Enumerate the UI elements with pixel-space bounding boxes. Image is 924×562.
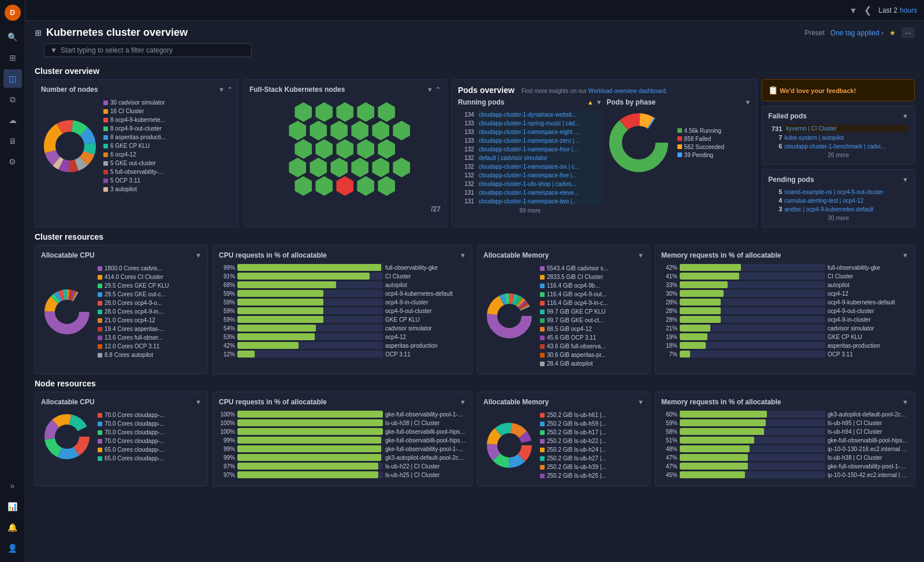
sidebar-icon-settings[interactable]: ⚙ (3, 152, 22, 171)
legend-item: 250.2 GiB ls-ub-h39 |... (540, 463, 606, 471)
filter-input[interactable]: ▼ Start typing to select a filter catego… (44, 43, 252, 57)
bar-item: 91%CI Cluster (219, 273, 466, 280)
legend-item: 250.2 GiB ls-ub-h22 |... (540, 437, 606, 445)
legend-item: 12.0 Cores OCP 3.11 (98, 342, 169, 351)
feedback-card: 📋 We'd love your feedback! (762, 79, 915, 101)
node-cpu-legend: 70.0 Cores cloudapp-... 70.0 Cores cloud… (98, 411, 165, 463)
failed-pod-name[interactable]: cloudapp-cluster-1-benchmark | cadvi... (784, 143, 908, 150)
filter-phase[interactable]: ▼ (744, 99, 751, 106)
hex-node (378, 139, 395, 159)
pending-pod-name[interactable]: roland-example-ns | ocp4-9-out-cluster (784, 189, 908, 195)
filter-placeholder: Start typing to select a filter category (61, 46, 173, 54)
expand-control-2[interactable]: ⌃ (435, 86, 441, 94)
legend-item: 8 ocp4-9-kubernete... (103, 116, 166, 124)
cluster-cpu-donut: 1800.0 Cores cadvis... 414.0 Cores CI Cl… (41, 264, 202, 359)
bar-item: 33%autopilot (661, 281, 908, 288)
cluster-memory-title: Allocatable Memory (483, 251, 549, 259)
running-pods-controls: ▲ ▼ (587, 99, 602, 106)
sidebar-icon-user[interactable]: 👤 (3, 539, 22, 557)
cluster-overview-row: Number of nodes ▼ ⌃ (35, 79, 915, 228)
failed-pod-name-highlight[interactable]: kyverno | CI Cluster (784, 125, 908, 132)
filter-node-mem-req[interactable]: ▼ (902, 399, 908, 405)
sidebar-icon-grid[interactable]: ⊞ (3, 49, 22, 67)
hex-node (378, 102, 395, 122)
legend-item: 2833.5 GiB CI Cluster (540, 273, 608, 281)
hex-node (357, 102, 374, 122)
hex-node (372, 121, 389, 140)
menu-dots-button[interactable]: ··· (901, 27, 915, 38)
cluster-cpu-controls: ▼ (195, 252, 202, 259)
hex-node (289, 158, 306, 177)
sidebar-icon-alert[interactable]: 🔔 (3, 518, 22, 537)
legend-item: 28.0 Cores ocp4-9-in... (98, 307, 169, 316)
fp-item: 7 kube-system | autopilot (768, 134, 908, 141)
expand-control[interactable]: ⌃ (227, 86, 232, 94)
card-controls-2: ▼ ⌃ (427, 86, 441, 94)
filter-failed[interactable]: ▼ (902, 113, 908, 120)
filter-cluster-mem[interactable]: ▼ (638, 252, 644, 259)
feedback-text[interactable]: We'd love your feedback! (780, 87, 856, 94)
failed-pod-name[interactable]: kube-system | autopilot (784, 135, 908, 141)
filter-control[interactable]: ▼ (218, 86, 225, 93)
tag-applied[interactable]: One tag applied › (830, 29, 884, 37)
pending-item: 3 andtsc | ocp4-9-kubernetes-default (768, 206, 908, 213)
legend-item: 250.2 GiB ls-ub-h17 |... (540, 428, 606, 437)
node-memory-title-row: Allocatable Memory ▼ (483, 398, 644, 406)
pods-item: 132cloudapp-cluster-1-namespace-five |..… (458, 172, 602, 179)
bar-item: 100%gke-full-observability-pool-1-d95648… (219, 411, 466, 418)
legend-item: 8 ocp4-9-out-cluster (103, 124, 166, 133)
star-icon[interactable]: ★ (889, 29, 896, 37)
topbar-time[interactable]: Last 2 hours (878, 6, 917, 14)
workload-overview-link[interactable]: Workload overview dashboard (588, 88, 666, 94)
bar-item: 100%gke-full-observabilli-pool-hipster-t… (219, 428, 466, 435)
filter-node-cpu[interactable]: ▼ (195, 399, 202, 405)
filter-pending[interactable]: ▼ (902, 176, 908, 183)
pending-pods-more[interactable]: 30 more (768, 215, 908, 221)
sidebar-icon-dashboard[interactable]: ◫ (3, 69, 22, 88)
pending-pod-name[interactable]: cumulus-alerting-test | ocp4-12 (784, 198, 908, 204)
phase-donut-chart (607, 111, 670, 174)
sidebar: D 🔍 ⊞ ◫ ⧉ ☁ 🖥 ⚙ » 📊 🔔 👤 (0, 0, 25, 562)
filter-running[interactable]: ▼ (596, 99, 602, 106)
filter-mem-req[interactable]: ▼ (902, 252, 908, 259)
bar-item: 41%CI Cluster (661, 273, 908, 280)
sidebar-icon-expand[interactable]: » (3, 477, 22, 495)
hex-node (378, 176, 395, 196)
sidebar-icon-graph[interactable]: 📊 (3, 497, 22, 516)
filter-control-2[interactable]: ▼ (427, 86, 433, 93)
bar-item: 59%ls-ub-h95 | CI Cluster (661, 419, 908, 426)
bar-item: 21%cadvisor simulator (661, 325, 908, 332)
hex-node (315, 176, 333, 196)
sidebar-icon-search[interactable]: 🔍 (3, 28, 22, 46)
time-label-hours: hours (900, 6, 917, 14)
bar-item: 53%ocp4-12 (219, 333, 466, 340)
topbar-filter-icon[interactable]: ▼ (849, 6, 857, 15)
sidebar-icon-cloud[interactable]: ☁ (3, 111, 22, 129)
filter-node-mem[interactable]: ▼ (638, 399, 644, 405)
pods-item: 132default | cadvisor simulator (458, 154, 602, 162)
sidebar-icon-layers[interactable]: ⧉ (3, 90, 22, 109)
filter-cpu-req[interactable]: ▼ (460, 252, 466, 259)
bar-item: 59%GKE CP KLU (219, 316, 466, 323)
failed-pods-more[interactable]: 26 more (768, 152, 908, 158)
filter-cluster-cpu[interactable]: ▼ (195, 252, 202, 259)
legend-item: 6 GKE CP KLU (103, 142, 166, 150)
number-of-nodes-card: Number of nodes ▼ ⌃ (35, 79, 239, 228)
legend-item: 250.2 GiB ls-ub-h27 |... (540, 454, 606, 463)
node-mem-req-controls: ▼ (902, 399, 908, 405)
memory-requests-title-row: Memory requests in % of allocatable ▼ (661, 251, 908, 259)
legend-item: 5 OCP 3.11 (103, 176, 166, 185)
nodes-legend: 30 cadvisor simulator 16 CI Cluster 8 oc… (103, 98, 166, 193)
legend-item: 19.4 Cores asperitas-... (98, 325, 169, 333)
memory-requests-bars: 42%full-observability-gke 41%CI Cluster … (661, 264, 908, 358)
failed-pods-card: Failed pods ▼ 731 kyverno | CI Cluster 7… (762, 106, 915, 165)
pending-pod-name[interactable]: andtsc | ocp4-9-kubernetes-default (784, 206, 908, 213)
filter-node-cpu-req[interactable]: ▼ (460, 399, 466, 405)
pods-overview-header: Pods overview Find more insights on our … (458, 85, 751, 95)
cluster-memory-legend: 5543.4 GiB cadvisor s... 2833.5 GiB CI C… (540, 264, 608, 368)
topbar-nav-prev[interactable]: ❮ (862, 5, 874, 16)
number-of-nodes-title: Number of nodes (41, 85, 98, 94)
running-pods-more[interactable]: 89 more (458, 207, 602, 214)
sidebar-icon-monitor[interactable]: 🖥 (3, 132, 22, 150)
legend-item: 99.7 GiB GKE CP KLU (540, 307, 608, 316)
